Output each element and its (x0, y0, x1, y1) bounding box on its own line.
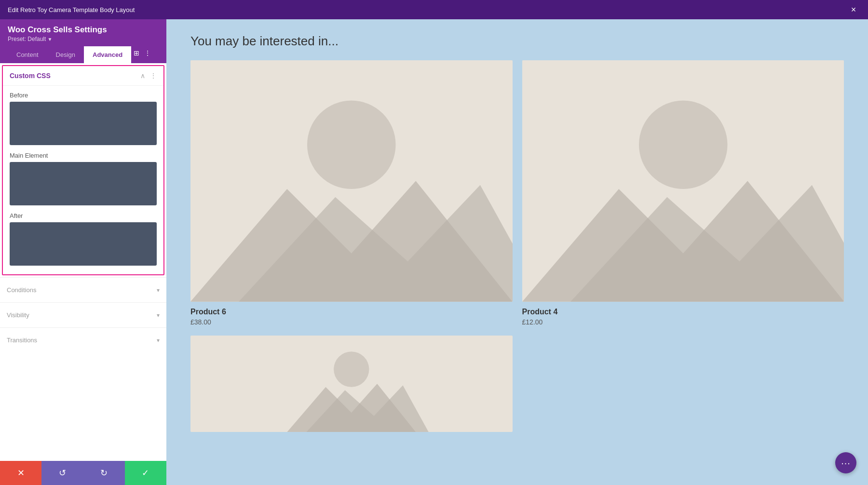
fab-button[interactable]: ··· (835, 452, 856, 473)
title-bar-title: Edit Retro Toy Camera Template Body Layo… (8, 6, 135, 13)
product-card-1: Product 6 £38.00 (190, 60, 513, 326)
before-textarea[interactable] (10, 102, 157, 145)
transitions-header[interactable]: Transitions ▾ (7, 328, 160, 352)
conditions-title: Conditions (7, 286, 36, 294)
svg-point-1 (307, 100, 396, 189)
product-card-2: Product 4 £12.00 (522, 60, 844, 326)
tab-content[interactable]: Content (8, 46, 47, 63)
visibility-header[interactable]: Visibility ▾ (7, 303, 160, 327)
product-image-1 (190, 60, 513, 302)
module-title: Woo Cross Sells Settings (8, 25, 159, 35)
product-price-2: £12.00 (522, 318, 844, 326)
copy-icon[interactable]: ⧉ (124, 49, 129, 57)
collapse-icon[interactable]: ∧ (140, 72, 145, 80)
title-bar: Edit Retro Toy Camera Template Body Layo… (0, 0, 868, 19)
main-element-label: Main Element (10, 152, 157, 159)
svg-point-5 (638, 100, 727, 189)
sidebar-content: Custom CSS ∧ ⋮ Before Main Element (0, 63, 166, 461)
more-icon[interactable]: ⋮ (144, 49, 151, 57)
svg-point-9 (334, 351, 369, 387)
main-layout: Woo Cross Sells Settings Preset: Default… (0, 19, 868, 485)
preset-label: Preset: Default ▼ (8, 36, 159, 42)
product-image-2 (522, 60, 844, 302)
save-button[interactable]: ✓ (125, 461, 166, 485)
grid-icon[interactable]: ⊞ (134, 49, 139, 57)
product-name-2: Product 4 (522, 308, 844, 316)
app-window: Edit Retro Toy Camera Template Body Layo… (0, 0, 868, 485)
sidebar-header: Woo Cross Sells Settings Preset: Default… (0, 19, 166, 63)
custom-css-title: Custom CSS (10, 72, 51, 80)
sidebar: Woo Cross Sells Settings Preset: Default… (0, 19, 166, 485)
product-card-3 (190, 336, 513, 432)
cancel-button[interactable]: ✕ (0, 461, 41, 485)
preview-area: You may be interested in... Product 6 £3… (166, 19, 868, 485)
redo-button[interactable]: ↻ (83, 461, 125, 485)
section-header: Custom CSS ∧ ⋮ (3, 66, 163, 86)
bottom-toolbar: ✕ ↺ ↻ ✓ (0, 461, 166, 485)
tab-design[interactable]: Design (47, 46, 84, 63)
more-options-icon[interactable]: ⋮ (150, 72, 157, 80)
product-image-3 (190, 336, 513, 432)
conditions-chevron-icon: ▾ (157, 287, 160, 294)
product-name-1: Product 6 (190, 308, 513, 316)
undo-button[interactable]: ↺ (41, 461, 83, 485)
product-price-1: £38.00 (190, 318, 513, 326)
transitions-title: Transitions (7, 337, 37, 344)
close-button[interactable]: × (847, 3, 860, 16)
conditions-section: Conditions ▾ (0, 277, 166, 302)
before-label: Before (10, 92, 157, 99)
css-fields: Before Main Element After (3, 86, 163, 274)
visibility-chevron-icon: ▾ (157, 312, 160, 319)
products-grid: Product 6 £38.00 Product 4 £12.00 (190, 60, 844, 432)
section-header-icons: ∧ ⋮ (140, 72, 157, 80)
transitions-chevron-icon: ▾ (157, 337, 160, 344)
visibility-title: Visibility (7, 311, 29, 319)
main-element-textarea[interactable] (10, 162, 157, 205)
transitions-section: Transitions ▾ (0, 327, 166, 352)
custom-css-section: Custom CSS ∧ ⋮ Before Main Element (2, 65, 164, 275)
preset-chevron-icon[interactable]: ▼ (47, 37, 52, 42)
visibility-section: Visibility ▾ (0, 302, 166, 327)
conditions-header[interactable]: Conditions ▾ (7, 278, 160, 302)
after-textarea[interactable] (10, 222, 157, 266)
after-label: After (10, 212, 157, 219)
preview-section-title: You may be interested in... (190, 34, 844, 49)
